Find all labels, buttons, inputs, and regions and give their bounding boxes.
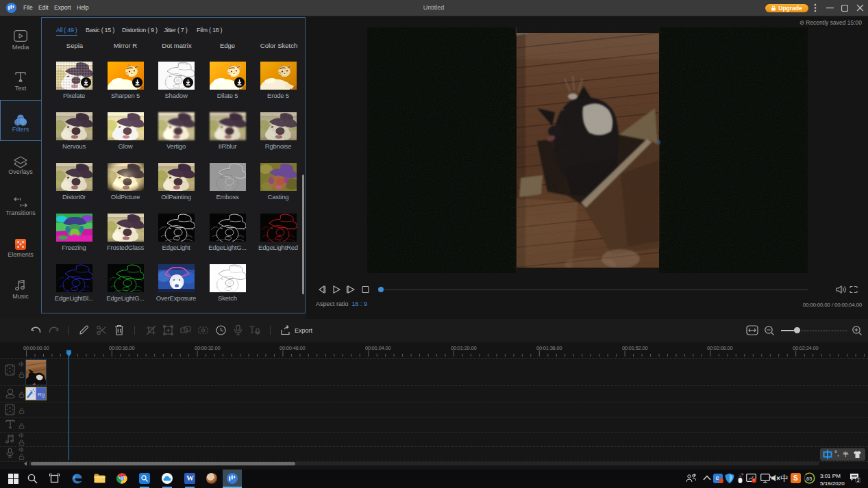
svg-text:3: 3 <box>857 478 860 483</box>
svg-text:65: 65 <box>806 476 812 482</box>
svg-text:Rg: Rg <box>38 391 45 398</box>
